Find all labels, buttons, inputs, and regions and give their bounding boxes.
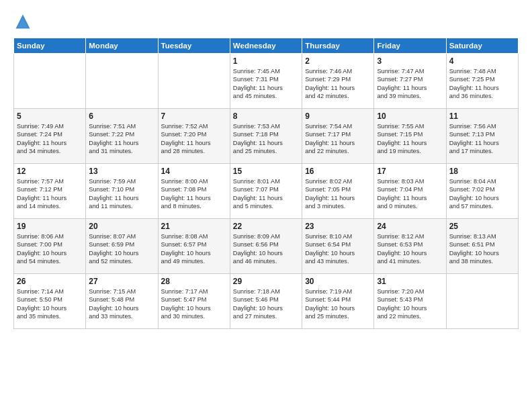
calendar-cell — [14, 54, 86, 109]
day-of-week-header: Tuesday — [158, 38, 230, 54]
calendar-cell: 12Sunrise: 7:57 AM Sunset: 7:12 PM Dayli… — [14, 164, 86, 219]
day-info: Sunrise: 7:18 AM Sunset: 5:46 PM Dayligh… — [233, 287, 299, 321]
day-of-week-header: Saturday — [446, 38, 518, 54]
day-info: Sunrise: 7:20 AM Sunset: 5:43 PM Dayligh… — [377, 287, 443, 321]
calendar-week-row: 19Sunrise: 8:06 AM Sunset: 7:00 PM Dayli… — [14, 219, 519, 274]
day-number: 3 — [377, 56, 443, 66]
calendar-cell: 9Sunrise: 7:54 AM Sunset: 7:17 PM Daylig… — [302, 109, 374, 164]
day-of-week-header: Sunday — [14, 38, 86, 54]
calendar-cell: 22Sunrise: 8:09 AM Sunset: 6:56 PM Dayli… — [230, 219, 302, 274]
day-number: 27 — [89, 277, 154, 286]
day-number: 13 — [89, 167, 154, 176]
calendar-cell: 26Sunrise: 7:14 AM Sunset: 5:50 PM Dayli… — [14, 274, 86, 329]
day-number: 4 — [449, 56, 515, 66]
day-number: 20 — [89, 222, 154, 231]
day-of-week-header: Monday — [86, 38, 158, 54]
header — [13, 12, 519, 31]
day-number: 24 — [377, 222, 443, 231]
day-info: Sunrise: 8:13 AM Sunset: 6:51 PM Dayligh… — [449, 232, 515, 266]
day-info: Sunrise: 8:07 AM Sunset: 6:59 PM Dayligh… — [89, 232, 154, 266]
day-number: 1 — [233, 56, 299, 66]
calendar-cell: 5Sunrise: 7:49 AM Sunset: 7:24 PM Daylig… — [14, 109, 86, 164]
day-info: Sunrise: 7:14 AM Sunset: 5:50 PM Dayligh… — [17, 287, 83, 321]
day-info: Sunrise: 7:15 AM Sunset: 5:48 PM Dayligh… — [89, 287, 154, 321]
calendar-cell: 25Sunrise: 8:13 AM Sunset: 6:51 PM Dayli… — [446, 219, 518, 274]
calendar-cell: 29Sunrise: 7:18 AM Sunset: 5:46 PM Dayli… — [230, 274, 302, 329]
day-of-week-header: Wednesday — [230, 38, 302, 54]
calendar-cell: 8Sunrise: 7:53 AM Sunset: 7:18 PM Daylig… — [230, 109, 302, 164]
calendar-cell: 11Sunrise: 7:56 AM Sunset: 7:13 PM Dayli… — [446, 109, 518, 164]
calendar-cell: 24Sunrise: 8:12 AM Sunset: 6:53 PM Dayli… — [374, 219, 446, 274]
day-number: 12 — [17, 167, 83, 176]
day-number: 18 — [449, 167, 515, 176]
logo-icon — [13, 12, 32, 31]
day-info: Sunrise: 7:47 AM Sunset: 7:27 PM Dayligh… — [377, 67, 443, 101]
calendar-header-row: SundayMondayTuesdayWednesdayThursdayFrid… — [14, 38, 519, 54]
day-number: 17 — [377, 167, 443, 176]
day-info: Sunrise: 7:48 AM Sunset: 7:25 PM Dayligh… — [449, 67, 515, 101]
day-number: 25 — [449, 222, 515, 231]
day-number: 9 — [305, 111, 371, 121]
day-number: 22 — [233, 222, 299, 231]
calendar-cell: 18Sunrise: 8:04 AM Sunset: 7:02 PM Dayli… — [446, 164, 518, 219]
calendar-cell: 19Sunrise: 8:06 AM Sunset: 7:00 PM Dayli… — [14, 219, 86, 274]
calendar-cell: 1Sunrise: 7:45 AM Sunset: 7:31 PM Daylig… — [230, 54, 302, 109]
calendar-cell: 16Sunrise: 8:02 AM Sunset: 7:05 PM Dayli… — [302, 164, 374, 219]
day-info: Sunrise: 7:56 AM Sunset: 7:13 PM Dayligh… — [449, 122, 515, 156]
day-number: 29 — [233, 277, 299, 286]
calendar-cell: 6Sunrise: 7:51 AM Sunset: 7:22 PM Daylig… — [86, 109, 158, 164]
day-info: Sunrise: 7:54 AM Sunset: 7:17 PM Dayligh… — [305, 122, 371, 156]
day-info: Sunrise: 8:02 AM Sunset: 7:05 PM Dayligh… — [305, 177, 371, 211]
day-number: 28 — [161, 277, 227, 286]
day-info: Sunrise: 8:12 AM Sunset: 6:53 PM Dayligh… — [377, 232, 443, 266]
day-number: 16 — [305, 167, 371, 176]
day-info: Sunrise: 8:04 AM Sunset: 7:02 PM Dayligh… — [449, 177, 515, 211]
day-info: Sunrise: 8:10 AM Sunset: 6:54 PM Dayligh… — [305, 232, 371, 266]
calendar-week-row: 5Sunrise: 7:49 AM Sunset: 7:24 PM Daylig… — [14, 109, 519, 164]
day-number: 21 — [161, 222, 227, 231]
day-info: Sunrise: 7:57 AM Sunset: 7:12 PM Dayligh… — [17, 177, 83, 211]
logo — [13, 12, 35, 31]
calendar-cell: 20Sunrise: 8:07 AM Sunset: 6:59 PM Dayli… — [86, 219, 158, 274]
day-number: 30 — [305, 277, 371, 286]
day-info: Sunrise: 7:49 AM Sunset: 7:24 PM Dayligh… — [17, 122, 83, 156]
calendar-cell: 3Sunrise: 7:47 AM Sunset: 7:27 PM Daylig… — [374, 54, 446, 109]
calendar-cell: 21Sunrise: 8:08 AM Sunset: 6:57 PM Dayli… — [158, 219, 230, 274]
calendar: SundayMondayTuesdayWednesdayThursdayFrid… — [13, 38, 519, 329]
day-number: 31 — [377, 277, 443, 286]
day-of-week-header: Friday — [374, 38, 446, 54]
page: SundayMondayTuesdayWednesdayThursdayFrid… — [0, 0, 532, 411]
day-info: Sunrise: 7:19 AM Sunset: 5:44 PM Dayligh… — [305, 287, 371, 321]
calendar-cell: 14Sunrise: 8:00 AM Sunset: 7:08 PM Dayli… — [158, 164, 230, 219]
calendar-cell: 7Sunrise: 7:52 AM Sunset: 7:20 PM Daylig… — [158, 109, 230, 164]
day-number: 11 — [449, 111, 515, 121]
day-info: Sunrise: 7:46 AM Sunset: 7:29 PM Dayligh… — [305, 67, 371, 101]
day-info: Sunrise: 8:09 AM Sunset: 6:56 PM Dayligh… — [233, 232, 299, 266]
day-info: Sunrise: 7:51 AM Sunset: 7:22 PM Dayligh… — [89, 122, 154, 156]
day-info: Sunrise: 8:00 AM Sunset: 7:08 PM Dayligh… — [161, 177, 227, 211]
day-number: 5 — [17, 111, 83, 121]
day-number: 10 — [377, 111, 443, 121]
calendar-cell: 31Sunrise: 7:20 AM Sunset: 5:43 PM Dayli… — [374, 274, 446, 329]
day-info: Sunrise: 7:59 AM Sunset: 7:10 PM Dayligh… — [89, 177, 154, 211]
calendar-cell: 2Sunrise: 7:46 AM Sunset: 7:29 PM Daylig… — [302, 54, 374, 109]
calendar-cell: 10Sunrise: 7:55 AM Sunset: 7:15 PM Dayli… — [374, 109, 446, 164]
calendar-cell: 27Sunrise: 7:15 AM Sunset: 5:48 PM Dayli… — [86, 274, 158, 329]
calendar-week-row: 26Sunrise: 7:14 AM Sunset: 5:50 PM Dayli… — [14, 274, 519, 329]
day-info: Sunrise: 8:03 AM Sunset: 7:04 PM Dayligh… — [377, 177, 443, 211]
day-number: 6 — [89, 111, 154, 121]
day-info: Sunrise: 7:52 AM Sunset: 7:20 PM Dayligh… — [161, 122, 227, 156]
calendar-week-row: 12Sunrise: 7:57 AM Sunset: 7:12 PM Dayli… — [14, 164, 519, 219]
day-info: Sunrise: 7:45 AM Sunset: 7:31 PM Dayligh… — [233, 67, 299, 101]
day-info: Sunrise: 7:53 AM Sunset: 7:18 PM Dayligh… — [233, 122, 299, 156]
day-number: 2 — [305, 56, 371, 66]
calendar-cell — [86, 54, 158, 109]
calendar-cell: 23Sunrise: 8:10 AM Sunset: 6:54 PM Dayli… — [302, 219, 374, 274]
day-number: 8 — [233, 111, 299, 121]
day-info: Sunrise: 7:17 AM Sunset: 5:47 PM Dayligh… — [161, 287, 227, 321]
calendar-cell: 17Sunrise: 8:03 AM Sunset: 7:04 PM Dayli… — [374, 164, 446, 219]
day-info: Sunrise: 8:01 AM Sunset: 7:07 PM Dayligh… — [233, 177, 299, 211]
day-number: 15 — [233, 167, 299, 176]
day-number: 19 — [17, 222, 83, 231]
day-number: 23 — [305, 222, 371, 231]
